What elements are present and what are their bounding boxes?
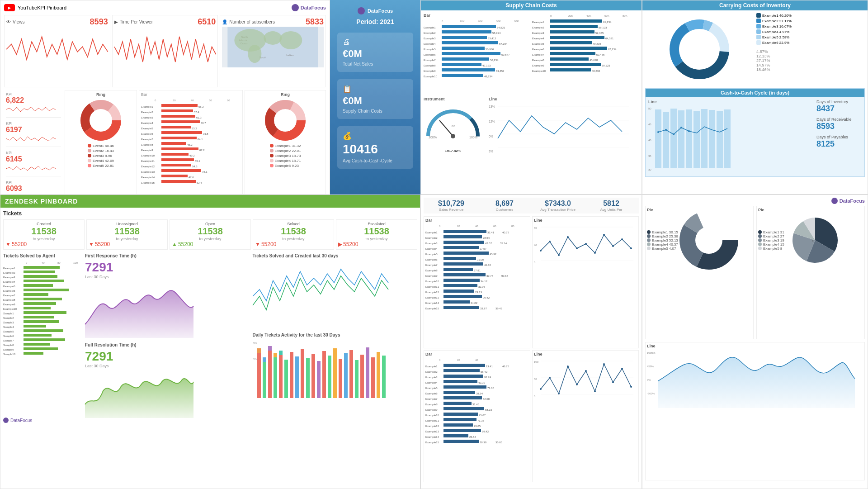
- svg-rect-340: [443, 375, 483, 378]
- time-icon: ▶: [114, 19, 118, 24]
- svg-rect-364: [443, 418, 476, 421]
- svg-point-393: [612, 381, 614, 383]
- bm-atp-value: $7343.0: [532, 199, 584, 208]
- svg-text:0: 0: [155, 99, 156, 102]
- first-response-value: 7291: [85, 260, 250, 275]
- full-resolution-sub: Last 30 Days: [85, 364, 250, 368]
- svg-point-389: [576, 384, 578, 385]
- svg-text:Example9: Example9: [425, 408, 438, 411]
- svg-point-162: [679, 29, 720, 70]
- svg-text:39.74: 39.74: [486, 275, 494, 277]
- svg-text:47.6: 47.6: [189, 176, 194, 179]
- svg-rect-208: [24, 311, 66, 314]
- svg-rect-257: [382, 356, 386, 398]
- subscribers-card: 👤 Number of subscribers 5833 North Atlan…: [220, 15, 326, 87]
- svg-text:Example12: Example12: [425, 291, 439, 294]
- svg-text:Sample9: Sample9: [3, 348, 14, 351]
- svg-rect-212: [24, 320, 59, 323]
- svg-rect-230: [257, 348, 261, 353]
- svg-rect-174: [701, 109, 708, 168]
- svg-text:0%: 0%: [647, 379, 651, 381]
- ticket-created: Created 11538 to yesterday ▼ 55200: [3, 219, 85, 250]
- cc-header: Carrying Costs of Inventory: [642, 0, 868, 10]
- svg-text:40K: 40K: [586, 14, 591, 17]
- svg-text:0: 0: [439, 359, 441, 361]
- svg-text:40: 40: [42, 261, 45, 264]
- svg-text:Example9: Example9: [532, 64, 544, 67]
- first-response-chart: [85, 279, 193, 338]
- svg-text:40: 40: [648, 139, 651, 142]
- bm-aup: 5812 Avg Units Per: [585, 199, 637, 212]
- svg-text:Sample1: Sample1: [3, 312, 14, 315]
- svg-text:64.1: 64.1: [198, 138, 203, 141]
- svg-text:0: 0: [26, 261, 28, 264]
- df-pie2-svg: 8: [788, 213, 842, 267]
- svg-text:24.82: 24.82: [471, 302, 478, 304]
- svg-text:Example7: Example7: [424, 59, 436, 62]
- sc-bottom-panel: $10,729 Sales Revenue 8,697 Customers $7…: [420, 195, 642, 489]
- kpi-spark-3: [6, 163, 56, 173]
- svg-text:Example3: Example3: [532, 32, 544, 34]
- svg-text:Example8: Example8: [3, 299, 15, 301]
- sc-line-chart-2: Line 100 50 0: [532, 350, 639, 482]
- svg-text:Example6: Example6: [532, 48, 544, 51]
- svg-text:68.23: 68.23: [485, 408, 492, 411]
- svg-text:71.36: 71.36: [487, 387, 495, 389]
- zendesk-bottom: Tickets Solved by Agent 0 40 80 100 Exam…: [3, 253, 417, 423]
- svg-text:200%: 200%: [429, 136, 437, 139]
- sc-line-chart-1: Line 80 40 0: [532, 216, 639, 348]
- net-sales-value: €0M: [343, 48, 408, 60]
- svg-rect-271: [443, 241, 484, 244]
- svg-text:Sample5: Sample5: [3, 330, 14, 333]
- svg-text:45.2: 45.2: [187, 143, 193, 146]
- daily-tickets-section: Daily Tickets Activity for the last 30 D…: [253, 332, 418, 408]
- cc-donut: [645, 13, 754, 85]
- svg-rect-253: [360, 355, 364, 398]
- svg-text:100: 100: [73, 261, 78, 264]
- youtube-logo-icon: [4, 4, 15, 11]
- svg-rect-358: [443, 407, 484, 410]
- svg-rect-239: [284, 360, 288, 398]
- svg-rect-361: [443, 413, 478, 416]
- svg-rect-111: [550, 19, 602, 23]
- views-chart: [6, 27, 108, 72]
- svg-text:Example15: Example15: [425, 441, 439, 444]
- svg-text:450%: 450%: [647, 365, 654, 368]
- tm-sub-created: to yesterday: [5, 237, 82, 241]
- svg-rect-100: [442, 68, 495, 71]
- ring-legend-item: Example2 22.01: [270, 148, 301, 153]
- svg-rect-132: [550, 57, 589, 61]
- svg-rect-45: [161, 147, 198, 150]
- svg-point-385: [540, 388, 542, 390]
- kpi-list: KPI 6,822 KPI 6197 KPI 6145: [4, 90, 63, 195]
- svg-text:Example11: Example11: [141, 160, 155, 162]
- tm-label-created: Created: [5, 222, 82, 226]
- svg-text:Example9: Example9: [3, 303, 15, 306]
- svg-text:Example4: Example4: [532, 37, 544, 40]
- svg-rect-376: [443, 440, 479, 443]
- svg-rect-247: [328, 356, 331, 398]
- ctc-bar-chart: Line 50 45 40 35 30: [648, 100, 814, 174]
- svg-text:30: 30: [648, 168, 651, 171]
- kpi-label-2: KPI: [6, 121, 61, 126]
- svg-point-182: [688, 130, 690, 132]
- svg-text:Sample3: Sample3: [3, 321, 14, 324]
- svg-text:Example14: Example14: [141, 176, 155, 179]
- bm-customers-value: 8,697: [479, 199, 530, 208]
- svg-text:50: 50: [534, 378, 537, 380]
- svg-point-386: [549, 377, 551, 379]
- svg-text:40: 40: [534, 244, 537, 247]
- svg-point-327: [621, 238, 623, 240]
- carrying-costs-panel: Carrying Costs of Inventory Example1 40.…: [642, 0, 868, 195]
- svg-text:0: 0: [534, 261, 536, 264]
- supply-chain-icon: 📋: [343, 85, 408, 93]
- svg-text:53,456: 53,456: [596, 53, 605, 56]
- supply-chain-costs-block: 📋 €0M Supply Chain Costs: [337, 79, 413, 119]
- svg-point-181: [680, 127, 682, 128]
- svg-text:61,234: 61,234: [603, 21, 612, 24]
- svg-point-179: [665, 129, 667, 131]
- svg-text:Example1: Example1: [425, 365, 438, 368]
- ctc-label-2: Days of Receivable: [816, 117, 862, 122]
- svg-rect-21: [161, 104, 198, 107]
- tm-subval-created: ▼ 55200: [5, 241, 82, 247]
